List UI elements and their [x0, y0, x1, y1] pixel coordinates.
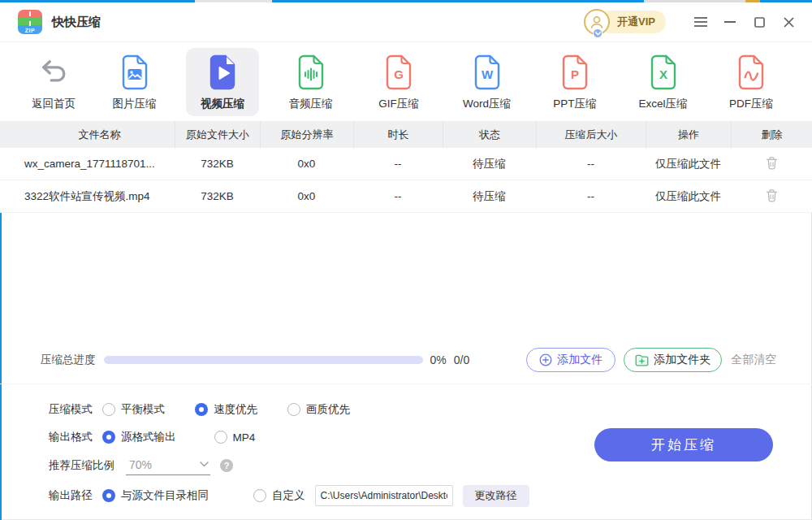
svg-text:G: G — [394, 67, 404, 81]
add-folder-label: 添加文件夹 — [654, 353, 710, 367]
vip-button[interactable]: 开通VIP — [584, 9, 666, 35]
maximize-icon[interactable] — [747, 10, 771, 34]
tab-label: PDF压缩 — [729, 97, 773, 111]
status-badge: 待压缩 — [443, 157, 536, 171]
file-resolution: 0x0 — [260, 190, 353, 202]
progress-section: 压缩总进度 0% 0/0 添加文件 添加文件夹 全部清空 — [0, 348, 812, 384]
col-file-name: 文件名称 — [0, 121, 175, 148]
ppt-file-icon: P — [559, 54, 590, 91]
back-icon — [38, 54, 69, 91]
radio-icon[interactable] — [253, 489, 266, 502]
radio-icon[interactable] — [287, 403, 300, 416]
col-compressed-size: 压缩后大小 — [536, 121, 646, 148]
radio-label: 自定义 — [272, 488, 305, 503]
compress-mode-label: 压缩模式 — [49, 402, 102, 417]
tab-label: PPT压缩 — [553, 97, 596, 111]
app-logo-icon: ZIP — [18, 10, 42, 34]
ratio-select[interactable]: 70% — [126, 457, 210, 475]
add-file-button[interactable]: 添加文件 — [526, 348, 615, 372]
change-path-button[interactable]: 更改路径 — [463, 485, 529, 507]
svg-text:W: W — [481, 67, 493, 81]
menu-icon[interactable] — [689, 10, 713, 34]
tab-audio-compress[interactable]: 音频压缩 — [274, 48, 348, 116]
radio-source-format[interactable]: 源格式输出 — [102, 430, 176, 444]
col-original-size: 原始文件大小 — [175, 121, 260, 148]
tab-video-compress[interactable]: 视频压缩 — [186, 48, 259, 116]
ratio-label: 推荐压缩比例 — [49, 458, 114, 473]
tab-label: Word压缩 — [463, 97, 511, 111]
zipper-icon — [29, 11, 31, 26]
add-folder-button[interactable]: 添加文件夹 — [624, 348, 722, 372]
close-icon[interactable] — [776, 10, 801, 34]
ratio-value: 70% — [129, 458, 152, 471]
pdf-file-icon — [736, 54, 767, 91]
app-title: 快快压缩 — [52, 15, 101, 30]
file-size: 732KB — [175, 158, 260, 170]
tab-word-compress[interactable]: W Word压缩 — [451, 48, 524, 116]
tab-ppt-compress[interactable]: P PPT压缩 — [538, 48, 611, 116]
compress-this-file-link[interactable]: 仅压缩此文件 — [646, 189, 731, 204]
tab-gif-compress[interactable]: G GIF压缩 — [362, 48, 435, 116]
output-path-row: 输出路径 与源文件目录相同 自定义 更改路径 — [49, 485, 812, 506]
image-file-icon — [119, 54, 150, 91]
top-edge-segment — [195, 0, 272, 2]
radio-mp4[interactable]: MP4 — [214, 431, 256, 444]
video-file-icon — [207, 54, 238, 91]
tab-label: 视频压缩 — [201, 97, 244, 111]
tab-label: GIF压缩 — [378, 97, 419, 111]
radio-icon[interactable] — [195, 403, 208, 416]
zip-label: ZIP — [18, 28, 42, 33]
svg-text:X: X — [659, 67, 667, 81]
col-delete: 删除 — [731, 121, 812, 148]
file-name: wx_camera_1771118701... — [0, 158, 175, 170]
radio-speed-priority[interactable]: 速度优先 — [195, 402, 257, 417]
table-row: 3322软件站宣传视频.mp4 732KB 0x0 -- 待压缩 -- 仅压缩此… — [0, 180, 812, 213]
folder-plus-icon — [635, 354, 649, 366]
delete-file-button[interactable] — [766, 188, 778, 202]
compress-mode-row: 压缩模式 平衡模式 速度优先 画质优先 — [49, 399, 812, 420]
empty-list-area — [0, 213, 812, 348]
trash-icon — [766, 156, 778, 170]
tab-back-home[interactable]: 返回首页 — [24, 48, 83, 116]
chevron-down-icon — [200, 462, 209, 467]
compress-this-file-link[interactable]: 仅压缩此文件 — [646, 157, 731, 171]
table-row: wx_camera_1771118701... 732KB 0x0 -- 待压缩… — [0, 148, 812, 180]
tab-excel-compress[interactable]: X Excel压缩 — [627, 48, 700, 116]
radio-icon[interactable] — [214, 431, 227, 444]
minimize-icon[interactable] — [718, 10, 742, 34]
svg-text:P: P — [571, 67, 579, 81]
radio-same-as-source[interactable]: 与源文件目录相同 — [102, 488, 209, 503]
add-file-label: 添加文件 — [557, 353, 603, 367]
file-name: 3322软件站宣传视频.mp4 — [0, 189, 175, 204]
radio-custom-path[interactable]: 自定义 — [253, 488, 305, 503]
file-duration: -- — [353, 190, 443, 202]
col-status: 状态 — [443, 121, 536, 148]
output-format-label: 输出格式 — [49, 430, 102, 444]
help-icon[interactable]: ? — [220, 459, 233, 472]
tab-label: Excel压缩 — [638, 97, 687, 111]
gif-file-icon: G — [383, 54, 414, 91]
start-compress-button[interactable]: 开始压缩 — [594, 428, 773, 462]
file-size: 732KB — [175, 190, 260, 202]
titlebar-controls: 开通VIP — [584, 9, 801, 35]
tab-label: 音频压缩 — [289, 97, 333, 111]
radio-balanced-mode[interactable]: 平衡模式 — [102, 402, 165, 417]
tab-label: 图片压缩 — [113, 97, 157, 111]
clear-all-button[interactable]: 全部清空 — [731, 353, 776, 367]
radio-icon[interactable] — [102, 403, 115, 416]
radio-label: 与源文件目录相同 — [121, 488, 209, 503]
file-duration: -- — [353, 158, 443, 170]
output-path-input[interactable] — [315, 485, 453, 506]
delete-file-button[interactable] — [766, 156, 778, 170]
radio-label: 源格式输出 — [121, 430, 176, 444]
output-path-label: 输出路径 — [49, 488, 102, 503]
radio-quality-priority[interactable]: 画质优先 — [287, 402, 350, 417]
col-action: 操作 — [646, 121, 731, 148]
col-duration: 时长 — [353, 121, 443, 148]
tab-pdf-compress[interactable]: PDF压缩 — [715, 48, 788, 116]
radio-icon[interactable] — [102, 489, 115, 502]
radio-icon[interactable] — [102, 431, 115, 444]
vip-badge-icon — [593, 28, 603, 38]
tab-image-compress[interactable]: 图片压缩 — [98, 48, 171, 116]
window-top-edge — [0, 0, 812, 2]
